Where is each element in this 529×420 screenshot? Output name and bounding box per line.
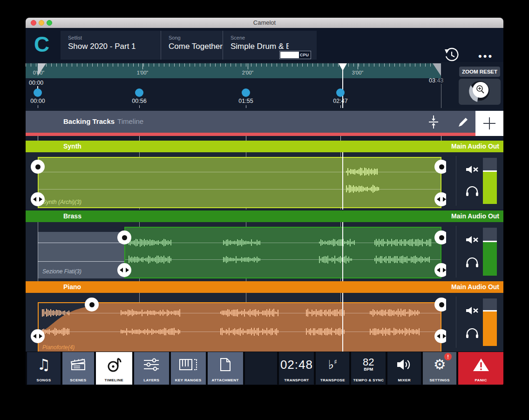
magnifier-knob-icon xyxy=(459,79,501,105)
clip-zone-piano[interactable]: Pianoforte(4) xyxy=(26,293,446,352)
waveform-burst xyxy=(129,238,173,247)
clip-start-handle-brass[interactable] xyxy=(117,230,131,244)
track-output-synth[interactable]: Main Audio Out xyxy=(451,142,499,150)
clapperboard-icon xyxy=(70,358,86,371)
track-header-synth[interactable]: Synth Main Audio Out xyxy=(26,141,503,152)
waveform-burst xyxy=(370,327,421,336)
track-output-piano[interactable]: Main Audio Out xyxy=(451,283,499,291)
timeline-ruler: 0'00" 1'00" 2'00" 3'00" 00:00 03:43 00:0… xyxy=(26,62,503,108)
zoom-reset-button[interactable]: ZOOM RESET xyxy=(459,67,500,77)
waveform-burst xyxy=(42,327,71,336)
clip-stretch-right-handle-brass[interactable] xyxy=(434,263,446,277)
timeline-start-time: 00:00 xyxy=(29,80,43,86)
transport-button[interactable]: 02:48 TRANSPORT xyxy=(279,352,314,385)
audio-clip-piano[interactable]: Pianoforte(4) xyxy=(38,302,441,352)
scene-marker-dot[interactable] xyxy=(336,88,345,97)
mute-icon[interactable] xyxy=(466,165,479,174)
edit-pencil-icon[interactable] xyxy=(456,115,469,129)
song-selector[interactable]: Song Come Together xyxy=(161,31,223,60)
clip-start-handle-synth[interactable] xyxy=(31,160,45,174)
track-header-piano[interactable]: Piano Main Audio Out xyxy=(26,281,503,293)
headphones-icon[interactable] xyxy=(466,328,479,339)
setlist-value: Show 2020 - Part 1 xyxy=(68,42,161,51)
waveform-burst xyxy=(374,255,431,264)
zoom-range-band[interactable]: 0'00" 1'00" 2'00" 3'00" xyxy=(26,63,441,78)
waveform-burst xyxy=(220,327,279,336)
bpm-value: 82 xyxy=(363,358,374,367)
cpu-meter-bar xyxy=(280,52,299,58)
songs-button[interactable]: ♫ SONGS xyxy=(27,352,61,385)
waveform-burst xyxy=(220,309,279,317)
waveform-burst xyxy=(319,238,355,247)
flat-sharp-icon: ♭♯ xyxy=(328,358,337,372)
camelot-logo-icon: C xyxy=(34,33,55,56)
cpu-meter: CPU xyxy=(279,51,311,59)
window-title: Camelot xyxy=(26,19,503,26)
waveform-burst xyxy=(319,255,353,264)
attachment-button[interactable]: ATTACHMENT xyxy=(208,352,243,385)
track-controls-synth xyxy=(446,152,503,210)
clip-zone-brass[interactable]: Sezione Fiati(3) xyxy=(26,222,446,281)
audio-clip-brass[interactable] xyxy=(124,227,441,278)
clip-zone-synth[interactable]: Synth (Archi)(3) xyxy=(26,152,446,210)
timeline-button[interactable]: TIMELINE xyxy=(96,352,132,385)
mute-icon[interactable] xyxy=(466,236,479,244)
settings-alert-badge: ! xyxy=(444,353,452,360)
track-header-brass[interactable]: Brass Main Audio Out xyxy=(26,210,503,222)
add-track-button[interactable] xyxy=(475,111,503,136)
audio-clip-synth[interactable]: Synth (Archi)(3) xyxy=(38,157,441,208)
track-body-piano: Pianoforte(4) xyxy=(26,293,503,352)
headphones-icon[interactable] xyxy=(466,257,479,268)
song-end-line xyxy=(441,84,441,108)
clip-stretch-left-handle-brass[interactable] xyxy=(117,263,131,277)
left-right-arrows-icon xyxy=(437,334,446,339)
app-header: C Setlist Show 2020 - Part 1 Song Come T… xyxy=(26,28,503,62)
history-undo-icon[interactable] xyxy=(444,47,459,62)
waveform-burst xyxy=(346,185,380,193)
tempo-sync-button[interactable]: 82 BPM TEMPO & SYNC xyxy=(351,352,386,385)
zoom-range-right-handle[interactable] xyxy=(433,63,441,76)
mixer-button[interactable]: MIXER xyxy=(387,352,421,385)
clip-stretch-left-handle-synth[interactable] xyxy=(31,192,45,206)
scene-marker-dot[interactable] xyxy=(34,88,42,97)
fade-in-handle-piano[interactable] xyxy=(85,298,99,312)
key-ranges-button[interactable]: KEY RANGES xyxy=(171,352,206,385)
clip-end-handle-synth[interactable] xyxy=(434,160,446,174)
track-controls-brass xyxy=(446,222,503,281)
clip-stretch-right-handle-piano[interactable] xyxy=(434,329,446,343)
ruler-label-2: 2'00" xyxy=(242,70,253,75)
waveform-burst xyxy=(306,309,346,317)
left-right-arrows-icon xyxy=(33,334,42,339)
backing-tracks-title: Backing TracksTimeline xyxy=(63,117,143,125)
layers-button[interactable]: LAYERS xyxy=(134,352,169,385)
settings-button[interactable]: ⚙ ! SETTINGS xyxy=(423,352,456,385)
clip-end-handle-brass[interactable] xyxy=(434,230,446,244)
song-label: Song xyxy=(169,35,223,41)
titlebar: Camelot xyxy=(26,18,503,28)
left-right-arrows-icon xyxy=(33,197,42,202)
more-options-button[interactable]: ••• xyxy=(478,50,493,62)
scenes-button[interactable]: SCENES xyxy=(62,352,94,385)
scene-label: Scene xyxy=(231,35,317,41)
waveform-burst xyxy=(121,309,182,317)
zoom-range-left-handle[interactable] xyxy=(38,63,46,76)
zoom-knob[interactable] xyxy=(459,79,501,105)
transpose-button[interactable]: ♭♯ TRANSPOSE xyxy=(316,352,349,385)
headphones-icon[interactable] xyxy=(466,186,479,196)
ruler-label-1: 1'00" xyxy=(137,70,148,75)
scene-marker-dot[interactable] xyxy=(242,88,250,97)
clip-stretch-right-handle-synth[interactable] xyxy=(434,192,446,206)
waveform-burst xyxy=(223,255,261,264)
collapse-tracks-icon[interactable] xyxy=(427,115,440,129)
tempo-strip xyxy=(26,133,475,136)
clip-stretch-left-handle-piano[interactable] xyxy=(31,329,45,343)
waveform-burst xyxy=(374,238,433,247)
track-output-brass[interactable]: Main Audio Out xyxy=(451,212,499,220)
scene-marker-dot[interactable] xyxy=(135,88,143,97)
clip-end-handle-piano[interactable] xyxy=(434,298,446,312)
mute-icon[interactable] xyxy=(466,306,479,315)
transport-time: 02:48 xyxy=(280,358,313,372)
panic-button[interactable]: PANIC xyxy=(458,352,503,385)
plus-icon xyxy=(482,116,496,130)
setlist-selector[interactable]: Setlist Show 2020 - Part 1 xyxy=(61,31,161,60)
